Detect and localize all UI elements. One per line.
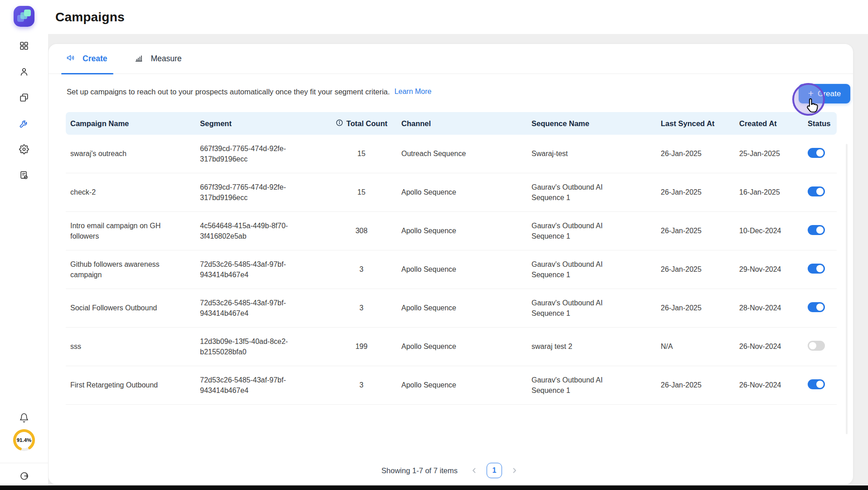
status-toggle[interactable] — [808, 148, 825, 158]
segment-id: 12d3b09e-13f5-40ad-8ce2-b2155028bfa0 — [200, 336, 293, 357]
segment-id: 72d53c26-5485-43af-97bf-943414b467e4 — [200, 375, 293, 396]
page-number-button[interactable]: 1 — [487, 463, 502, 478]
status-toggle[interactable] — [808, 302, 825, 312]
bell-icon — [19, 413, 29, 425]
total-count: 3 — [326, 381, 397, 389]
created-at: 26-Nov-2024 — [735, 381, 806, 389]
campaign-name: sss — [70, 341, 168, 352]
col-last-synced: Last Synced At — [656, 119, 735, 128]
segment-id: 4c564648-415a-449b-8f70-3f416802e5ab — [200, 220, 293, 241]
tab-measure[interactable]: Measure — [134, 44, 181, 74]
campaign-name: check-2 — [70, 187, 168, 197]
table-row[interactable]: Intro email campaign on GH followers 4c5… — [66, 212, 837, 250]
channel: Apollo Sequence — [397, 227, 527, 235]
campaign-name: Intro email campaign on GH followers — [70, 220, 168, 241]
last-synced-at: 26-Jan-2025 — [656, 188, 735, 196]
status-toggle[interactable] — [808, 225, 825, 235]
status-toggle[interactable] — [808, 186, 825, 196]
top-header: Campaigns — [0, 0, 868, 34]
sidebar-divider — [0, 463, 48, 463]
megaphone-icon — [66, 53, 75, 64]
created-at: 29-Nov-2024 — [735, 265, 806, 274]
channel: Apollo Sequence — [397, 381, 527, 389]
create-button-label: Create — [818, 89, 841, 98]
status-toggle[interactable] — [808, 379, 825, 389]
segment-id: 667f39cd-7765-474d-92fe-317bd9196ecc — [200, 182, 293, 203]
sidebar-item-reports[interactable] — [16, 168, 32, 184]
pagination-summary: Showing 1-7 of 7 items — [381, 466, 458, 475]
col-segment: Segment — [195, 119, 326, 128]
campaign-name: Github followers awareness campaign — [70, 259, 168, 280]
sync-button[interactable] — [16, 469, 32, 485]
created-at: 28-Nov-2024 — [735, 304, 806, 312]
create-button[interactable]: + Create — [799, 84, 850, 103]
sequence-name: Gaurav's Outbound AI Sequence 1 — [532, 298, 606, 318]
col-channel: Channel — [397, 119, 527, 128]
last-synced-at: 26-Jan-2025 — [656, 381, 735, 389]
table-row[interactable]: First Retargeting Outbound 72d53c26-5485… — [66, 366, 837, 405]
channel: Apollo Sequence — [397, 343, 527, 351]
campaign-name: First Retargeting Outbound — [70, 380, 168, 390]
sidebar-item-settings[interactable] — [16, 142, 32, 158]
created-at: 16-Jan-2025 — [735, 188, 806, 196]
pagination: Showing 1-7 of 7 items 1 — [49, 463, 853, 478]
last-synced-at: 26-Jan-2025 — [656, 227, 735, 235]
table-row[interactable]: swaraj's outreach 667f39cd-7765-474d-92f… — [66, 135, 837, 173]
sidebar-item-dashboard[interactable] — [16, 39, 32, 54]
created-at: 10-Dec-2024 — [735, 227, 806, 235]
sidebar-item-tools[interactable] — [16, 117, 32, 132]
learn-more-link[interactable]: Learn More — [395, 88, 432, 96]
last-synced-at: 26-Jan-2025 — [656, 304, 735, 312]
segment-id: 72d53c26-5485-43af-97bf-943414b467e4 — [200, 298, 293, 318]
previous-page-button[interactable] — [468, 465, 480, 476]
grid-icon — [19, 41, 29, 53]
usage-progress-ring[interactable]: 91.4% — [12, 428, 36, 452]
app-logo[interactable] — [14, 6, 34, 27]
sidebar-item-duplicates[interactable] — [16, 91, 32, 106]
channel: Apollo Sequence — [397, 188, 527, 196]
created-at: 26-Nov-2024 — [735, 343, 806, 351]
total-count: 3 — [326, 265, 397, 274]
document-check-icon — [19, 170, 29, 182]
notifications-button[interactable] — [16, 411, 32, 426]
copy-icon — [19, 93, 29, 104]
segment-id: 667f39cd-7765-474d-92fe-317bd9196ecc — [200, 143, 293, 164]
status-toggle[interactable] — [808, 341, 825, 351]
sync-icon — [19, 471, 29, 483]
sequence-name: Gaurav's Outbound AI Sequence 1 — [532, 182, 606, 203]
sequence-name: Gaurav's Outbound AI Sequence 1 — [532, 220, 606, 241]
sidebar-item-contacts[interactable] — [16, 65, 32, 80]
table-row[interactable]: Social Followers Outbound 72d53c26-5485-… — [66, 289, 837, 328]
channel: Outreach Sequence — [397, 150, 527, 158]
table-scrollbar[interactable] — [846, 144, 848, 434]
campaigns-card: Create Measure Set up campaigns to reach… — [49, 44, 853, 485]
sequence-name: swaraj test 2 — [532, 341, 606, 352]
user-icon — [19, 67, 29, 78]
status-toggle[interactable] — [808, 264, 825, 274]
total-count: 3 — [326, 304, 397, 312]
last-synced-at: N/A — [656, 343, 735, 351]
tab-create-label: Create — [83, 54, 107, 64]
sequence-name: Swaraj-test — [532, 148, 606, 159]
sidebar: 91.4% — [0, 0, 48, 485]
intro-text: Set up campaigns to reach out to your pr… — [67, 88, 390, 96]
sequence-name: Gaurav's Outbound AI Sequence 1 — [532, 259, 606, 280]
tab-create[interactable]: Create — [66, 44, 107, 74]
total-count: 199 — [326, 343, 397, 351]
next-page-button[interactable] — [508, 465, 520, 476]
table-row[interactable]: check-2 667f39cd-7765-474d-92fe-317bd919… — [66, 173, 837, 212]
plus-icon: + — [808, 88, 814, 99]
col-total-count[interactable]: Total Count — [326, 119, 397, 128]
tab-measure-label: Measure — [151, 54, 181, 64]
campaign-name: swaraj's outreach — [70, 148, 168, 159]
table-row[interactable]: sss 12d3b09e-13f5-40ad-8ce2-b2155028bfa0… — [66, 328, 837, 366]
total-count: 15 — [326, 150, 397, 158]
tab-bar: Create Measure — [49, 44, 853, 74]
last-synced-at: 26-Jan-2025 — [656, 150, 735, 158]
gear-icon — [19, 144, 29, 156]
page-title: Campaigns — [55, 10, 125, 24]
bar-chart-icon — [134, 54, 143, 64]
campaigns-table: Campaign Name Segment Total Count Channe… — [66, 112, 837, 405]
col-status: Status — [806, 119, 837, 128]
table-row[interactable]: Github followers awareness campaign 72d5… — [66, 250, 837, 289]
